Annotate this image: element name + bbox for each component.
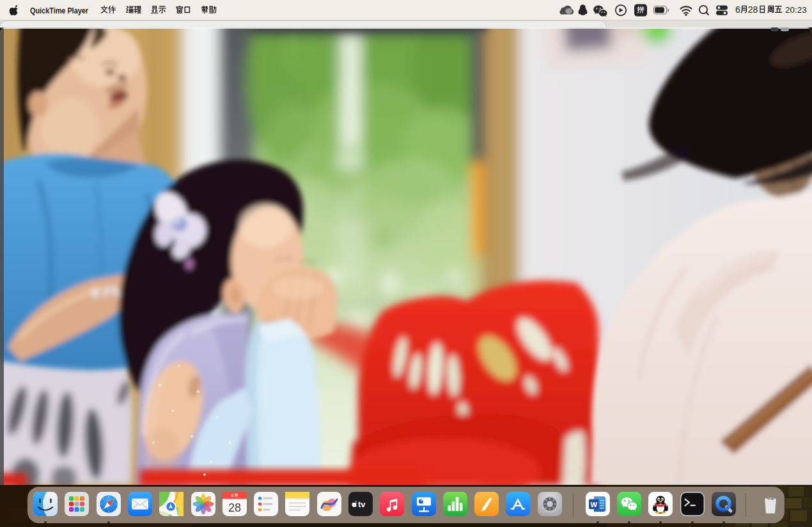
svg-text:tv: tv bbox=[358, 500, 366, 509]
svg-text:6: 6 bbox=[231, 493, 234, 498]
svg-text:28: 28 bbox=[748, 4, 758, 15]
svg-text:W: W bbox=[591, 501, 598, 508]
svg-text:6: 6 bbox=[735, 4, 740, 15]
svg-text:28: 28 bbox=[228, 501, 241, 514]
svg-text:QuickTime Player: QuickTime Player bbox=[30, 6, 88, 15]
svg-text:20:23: 20:23 bbox=[785, 5, 807, 15]
